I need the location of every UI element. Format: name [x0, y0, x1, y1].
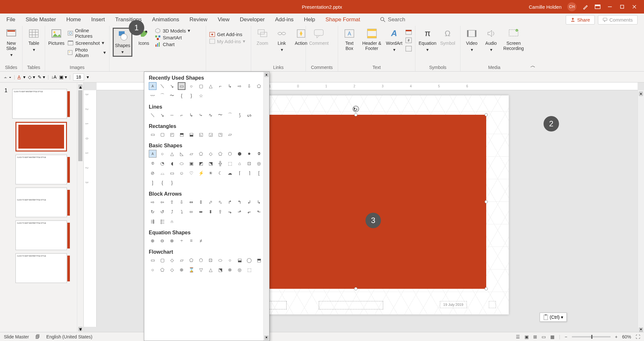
shape-flow-item[interactable]: ◯ — [245, 256, 253, 264]
shape-basic-item[interactable]: { — [158, 179, 166, 187]
3d-models-button[interactable]: 3D Models ▾ — [155, 28, 190, 34]
shape-arrow-item[interactable]: ⬑ — [255, 208, 263, 216]
shape-basic-item[interactable]: ☁ — [226, 169, 234, 177]
shape-textbox[interactable]: A — [149, 82, 156, 90]
shape-rectangle[interactable]: ▭ — [178, 82, 185, 90]
shape-arrow-item[interactable]: ⤴ — [168, 208, 176, 216]
audio-button[interactable]: Audio ▾ — [483, 28, 499, 52]
shape-basic-item[interactable]: ⌂ — [236, 160, 243, 167]
slideshow-view-icon[interactable]: ▦ — [550, 334, 554, 339]
shape-line-item[interactable]: ⟆ — [236, 111, 243, 119]
shape-rect-item[interactable]: ▭ — [149, 131, 156, 138]
shape-arrow-item[interactable]: ⬐ — [245, 208, 253, 216]
shape-arrow-item[interactable]: ⬄ — [187, 208, 195, 216]
shape-basic-item[interactable]: } — [168, 179, 176, 187]
shape-basic-item[interactable]: ⌉ — [245, 169, 253, 177]
shape-basic-item[interactable]: ⬡ — [226, 150, 234, 158]
shape-basic-item[interactable]: ♡ — [187, 169, 195, 177]
shape-scribble[interactable]: 〰 — [149, 92, 156, 100]
shape-right-arrow[interactable]: ⇨ — [236, 82, 243, 90]
thumbnail-master[interactable]: CLICK TO EDIT MASTER TITLE STYLE — [12, 89, 67, 119]
resize-handle[interactable] — [485, 200, 488, 203]
shape-basic-item[interactable]: ⌈ — [236, 169, 243, 177]
shape-arrow-item[interactable]: ⬌ — [197, 208, 205, 216]
share-button[interactable]: Share — [566, 15, 595, 24]
thumbnail-layout-2[interactable]: CLICK TO EDIT MASTER TITLE STYLE — [15, 155, 67, 184]
close-button[interactable] — [631, 4, 638, 10]
accessibility-icon[interactable]: 🗐 — [35, 334, 40, 339]
font-size-input[interactable]: 18 — [73, 73, 84, 81]
shape-line-item[interactable]: ⤷ — [197, 111, 205, 119]
shape-line-item[interactable]: ⌒ — [226, 111, 234, 119]
comment-button[interactable]: Comment — [309, 28, 329, 46]
shape-flow-item[interactable]: ⬠ — [158, 266, 166, 274]
shape-arrow-item[interactable]: ↺ — [158, 208, 166, 216]
outline-icon[interactable]: ✎ ▾ — [38, 74, 45, 80]
zoom-button[interactable]: Zoom — [254, 28, 270, 46]
resize-handle[interactable] — [354, 287, 357, 290]
shape-left-brace[interactable]: { — [178, 92, 185, 100]
thumbnail-layout-1[interactable] — [15, 122, 67, 151]
pictures-button[interactable]: Pictures — [48, 28, 64, 46]
resize-handle[interactable] — [485, 287, 488, 290]
object-icon[interactable] — [405, 46, 412, 52]
date-time-icon[interactable] — [405, 29, 412, 35]
sort-icon[interactable]: ↓A — [51, 74, 56, 80]
shape-rect-item[interactable]: ⬓ — [187, 131, 195, 138]
ribbon-display-icon[interactable] — [594, 4, 601, 10]
shape-arrow-item[interactable]: ∩ — [168, 218, 176, 225]
shape-oval[interactable]: ○ — [187, 82, 195, 90]
equation-button[interactable]: π Equation ▾ — [419, 28, 436, 52]
shape-arc[interactable]: ⌒ — [158, 92, 166, 100]
shape-flow-item[interactable]: ▭ — [149, 256, 156, 264]
shape-basic-item[interactable]: ⬭ — [178, 160, 185, 167]
reading-view-icon[interactable]: ▭ — [542, 334, 546, 339]
thumbnail-scrollbar[interactable]: ▴ ▾ — [77, 83, 83, 333]
shape-arrow-item[interactable]: ↲ — [245, 198, 253, 206]
photo-album-button[interactable]: Photo Album ▾ — [68, 47, 106, 58]
arrange-icon[interactable]: ▣ ▾ — [59, 74, 67, 80]
link-button[interactable]: Link ▾ — [274, 28, 290, 52]
shape-flow-item[interactable]: ⬠ — [187, 256, 195, 264]
shape-eq-item[interactable]: ⊖ — [158, 237, 166, 245]
shape-arrow-item[interactable]: ⇪ — [216, 208, 224, 216]
shape-arrow-item[interactable]: ⬱ — [158, 218, 166, 225]
my-addins-button[interactable]: My Add-ins ▾ — [209, 38, 245, 44]
shape-basic-item[interactable]: ☾ — [216, 169, 224, 177]
shape-basic-item[interactable]: [ — [255, 169, 263, 177]
gallery-scrollbar[interactable]: ▴ ▾ — [263, 72, 269, 341]
shape-eq-item[interactable]: ⊗ — [168, 237, 176, 245]
shape-rect-item[interactable]: ▢ — [158, 131, 166, 138]
tab-developer[interactable]: Developer — [240, 16, 265, 23]
shape-arrow-item[interactable]: ⇕ — [197, 198, 205, 206]
shape-arrow-item[interactable]: ⇶ — [149, 218, 156, 225]
shapes-button[interactable]: Shapes ▾ — [113, 28, 132, 57]
shape-basic-item[interactable]: A — [149, 150, 156, 158]
table-button[interactable]: Table ▾ — [26, 28, 42, 52]
tab-view[interactable]: View — [218, 16, 230, 23]
shape-line-item[interactable]: ↔ — [168, 111, 176, 119]
shape-basic-item[interactable]: ⊡ — [245, 160, 253, 167]
shape-line-item[interactable]: ↘ — [158, 111, 166, 119]
shape-basic-item[interactable]: ⬣ — [245, 150, 253, 158]
shape-basic-item[interactable]: ⬠ — [216, 150, 224, 158]
tab-addins[interactable]: Add-ins — [275, 16, 294, 23]
shape-arrow-item[interactable]: ⬎ — [226, 208, 234, 216]
shape-flow-item[interactable]: ▢ — [158, 256, 166, 264]
thumbnail-layout-3[interactable]: CLICK TO EDIT MASTER TITLE STYLE — [15, 188, 67, 217]
align-icon[interactable]: ⫠ ▾ — [3, 74, 11, 80]
slide-number-icon[interactable]: # — [405, 37, 412, 43]
shape-arrow-item[interactable]: ⤵ — [178, 208, 185, 216]
shape-basic-item[interactable]: ⌓ — [158, 169, 166, 177]
shape-eq-item[interactable]: ≠ — [197, 237, 205, 245]
resize-handle[interactable] — [354, 113, 357, 116]
shape-basic-item[interactable]: ╬ — [216, 160, 224, 167]
shape-arrow-item[interactable]: ↻ — [149, 208, 156, 216]
status-language[interactable]: English (United States) — [46, 334, 92, 339]
zoom-in-button[interactable]: + — [615, 334, 618, 339]
shape-basic-item[interactable]: ◩ — [197, 160, 205, 167]
screen-recording-button[interactable]: + Screen Recording — [502, 28, 525, 51]
shape-basic-item[interactable]: ▱ — [187, 150, 195, 158]
video-button[interactable]: Video ▾ — [464, 28, 480, 52]
draw-mode-icon[interactable] — [582, 4, 589, 10]
